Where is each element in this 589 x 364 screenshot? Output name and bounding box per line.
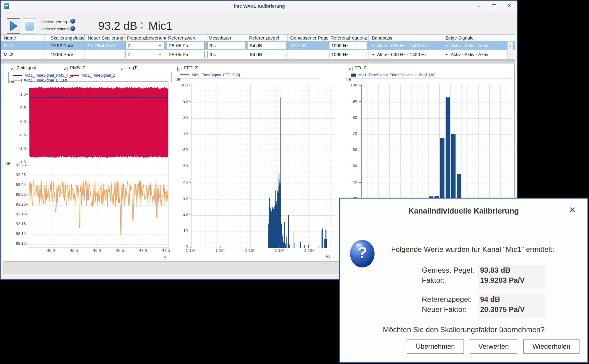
column-header-zeige-signale[interactable]: Zeige Signale — [442, 35, 501, 41]
axis-tick-mark — [189, 85, 191, 85]
column-header-referenzpegel[interactable]: Referenzpegel — [247, 35, 288, 41]
table-row-mic2[interactable]: Mic2 19.94 Pa/V Z ▼ 2E-05 Pa 3 s 94 dB 1… — [1, 50, 515, 59]
fft-chart-legend: Mic1_TimeSignal_FFT_Z [3] — [175, 72, 320, 78]
axis-tick-mark — [359, 166, 361, 166]
axis-tick-mark — [74, 246, 74, 248]
level-spinner[interactable]: ▲ ▼ — [138, 20, 146, 32]
duration-input[interactable]: 3 s — [207, 51, 245, 58]
axis-tick-label: 93.24 — [10, 182, 26, 187]
chevron-down-icon: ▼ — [372, 53, 375, 56]
discard-button[interactable]: Verwerfen — [470, 339, 517, 354]
axis-tick-label: 0.5 — [12, 105, 26, 110]
start-measurement-button[interactable] — [7, 18, 20, 34]
frequency-weighting-select[interactable]: Z ▼ — [125, 42, 164, 49]
overload-indicator — [70, 19, 75, 24]
time-signal-plot[interactable] — [29, 82, 168, 163]
axis-tick-mark — [189, 134, 191, 134]
column-header-referenzwert[interactable]: Referenzwert — [166, 35, 206, 41]
toggle-label: Zeitsignal — [17, 65, 36, 70]
reference-level-input[interactable]: 94 dB — [248, 42, 286, 49]
reference-value-input[interactable]: 2E-05 Pa — [167, 51, 205, 58]
bandpass-select[interactable]: ▼Aktiv - 600 Hz - 1400 Hz — [369, 50, 442, 59]
column-header-frequenzbewertung[interactable]: Frequenzbewertung — [125, 35, 166, 41]
column-header-messdauer[interactable]: Messdauer — [206, 35, 247, 41]
show-signals-select[interactable]: ▼Aktiv - Aktiv - Aktiv — [442, 41, 501, 50]
factor-label: Faktor: — [422, 276, 445, 285]
toggle-zeitsignal[interactable]: ✓Zeitsignal — [10, 65, 36, 70]
maximize-button[interactable] — [487, 1, 501, 12]
reference-frequency-input[interactable]: 1000 Hz — [329, 42, 367, 49]
cell-duration: 3 s — [206, 41, 247, 50]
axis-tick-label: 70 — [345, 131, 357, 136]
reference-level-input[interactable]: 94 dB — [248, 51, 286, 58]
minimize-button[interactable]: – — [471, 1, 486, 12]
column-header-neuer-skalierungsfaktor[interactable]: Neuer Skalierungsf... — [85, 35, 125, 41]
to-chart-legend: Mic1_TimeSignal_ThirdOctaves_L_ZeqT [30] — [346, 72, 512, 78]
table-scrollbar[interactable]: ▲ ▼ — [507, 41, 513, 59]
cell-reference-frequency: 1000 Hz — [328, 50, 369, 59]
column-header-bandpass[interactable]: Bandpass — [369, 35, 442, 41]
axis-tick-mark — [26, 81, 28, 81]
cell-new-scaling-factor — [85, 50, 125, 59]
measured-level-value: 93.83 dB — [480, 266, 510, 275]
toggle-leqt[interactable]: ✓LeqT — [120, 65, 137, 70]
axis-tick-label: 1·10⁰ — [181, 248, 200, 253]
repeat-button[interactable]: Wiederholen — [523, 339, 579, 354]
y-axis-unit-db-to: dB — [346, 77, 351, 82]
axis-tick-label: 1.0 — [12, 92, 26, 97]
axis-tick-mark — [189, 101, 191, 102]
toggle-label: FFT_Z — [184, 65, 198, 70]
axis-tick-mark — [26, 244, 28, 244]
reference-frequency-input[interactable]: 1000 Hz — [329, 51, 367, 58]
stop-icon — [25, 22, 34, 31]
column-header-referenzfrequenz[interactable]: Referenzfrequenz — [328, 35, 369, 41]
calibration-dialog: Kanalindividuelle Kalibrierung ✕ ? Folge… — [339, 198, 588, 363]
frequency-weighting-select[interactable]: Z ▼ — [125, 51, 164, 58]
reference-value-input[interactable]: 2E-05 Pa — [167, 42, 205, 49]
dialog-close-button[interactable]: ✕ — [566, 205, 579, 216]
close-button[interactable]: ✕ — [502, 1, 517, 12]
column-header-name[interactable]: Name — [1, 35, 44, 41]
cell-scaling-factor: 19.94 Pa/V — [44, 50, 85, 59]
axis-tick-mark — [26, 195, 28, 195]
level-display: 93.2 dB — [98, 20, 137, 32]
cell-reference-value: 2E-05 Pa — [166, 50, 206, 59]
leq-plot[interactable] — [29, 163, 168, 248]
spinner-down-icon[interactable]: ▼ — [138, 26, 146, 30]
cell-scaling-factor: 19.92 Pa/V — [44, 41, 85, 50]
reference-level-label: Referenzpegel: — [422, 295, 472, 304]
toggle-to-z[interactable]: ✓TO_Z — [348, 65, 366, 70]
checkbox-checked-icon: ✓ — [63, 67, 67, 71]
toggle-fft-z[interactable]: ✓FFT_Z — [177, 65, 198, 70]
axis-tick-label: 93.20 — [10, 202, 26, 207]
axis-tick-mark — [26, 94, 28, 95]
overload-label: Übersteuerung — [40, 20, 67, 24]
column-header-skalierungsfaktor[interactable]: Skalierungsfaktor — [44, 35, 85, 41]
axis-tick-mark — [220, 247, 221, 248]
spinner-up-icon[interactable]: ▲ — [138, 20, 146, 25]
new-factor-value: 20.3075 Pa/V — [480, 305, 525, 314]
bandpass-select[interactable]: ▼Aktiv - 600 Hz - 1400 Hz — [369, 41, 442, 50]
scroll-down-icon[interactable]: ▼ — [508, 50, 513, 59]
table-row-mic1[interactable]: Mic1 19.92 Pa/V 21.7954 Pa/V Z ▼ 2E-05 P… — [1, 41, 515, 50]
cell-frequency-weighting: Z ▼ — [125, 50, 166, 59]
scroll-up-icon[interactable]: ▲ — [508, 42, 513, 50]
fft-plot[interactable] — [191, 84, 335, 248]
signal-line-swatch — [70, 75, 79, 76]
axis-tick-mark — [279, 247, 280, 248]
show-signals-select[interactable]: ▼Aktiv - Aktiv - Aktiv — [442, 50, 501, 59]
toggle-rms-t[interactable]: ✓RMS_T — [63, 65, 85, 70]
chevron-down-icon: ▼ — [445, 53, 448, 56]
table-header: Name Skalierungsfaktor Neuer Skalierungs… — [1, 34, 515, 41]
duration-input[interactable]: 3 s — [207, 42, 245, 49]
underflow-label: Unterschreitung — [40, 27, 69, 31]
stop-measurement-button[interactable] — [23, 18, 36, 34]
axis-tick-mark — [359, 150, 361, 150]
axis-tick-label: 1·10⁴ — [300, 248, 318, 253]
axis-tick-mark — [26, 214, 28, 214]
column-header-gemessener-pegel[interactable]: Gemessener Pegel — [288, 35, 328, 41]
titlebar[interactable]: imc WAVE Kalibrierung – ✕ — [1, 1, 517, 12]
accept-button[interactable]: Übernehmen — [407, 339, 464, 354]
axis-tick-mark — [189, 118, 191, 118]
axis-tick-label: 93.22 — [10, 192, 26, 197]
